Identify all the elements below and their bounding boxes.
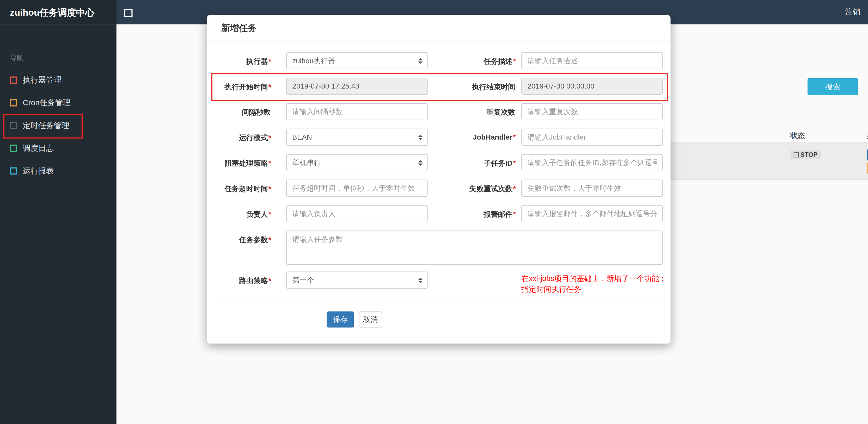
sidebar: 导航 执行器管理 Cron任务管理 定时任务管理 调度日志 运行报表 — [0, 25, 117, 424]
timed-task-mgmt-icon — [10, 122, 17, 129]
job-param-textarea[interactable] — [286, 230, 663, 265]
sidebar-toggle-icon[interactable] — [124, 9, 133, 17]
retry-label: 失败重试次数* — [440, 184, 516, 194]
retry-input[interactable] — [521, 180, 663, 197]
sidebar-item-run-report[interactable]: 运行报表 — [0, 160, 117, 182]
sidebar-item-cron-mgmt[interactable]: Cron任务管理 — [0, 91, 117, 114]
repeat-input[interactable] — [521, 103, 663, 120]
search-button[interactable]: 搜索 — [808, 78, 858, 95]
job-desc-label: 任务描述* — [440, 57, 516, 66]
sidebar-item-schedule-log[interactable]: 调度日志 — [0, 137, 117, 160]
sidebar-item-label: 定时任务管理 — [23, 114, 69, 137]
timeout-input[interactable] — [286, 180, 428, 197]
end-time-label: 执行结束时间 — [440, 82, 516, 92]
run-mode-select[interactable]: BEAN — [286, 129, 428, 146]
alarm-email-input[interactable] — [521, 205, 663, 222]
start-time-label: 执行开始时间* — [211, 82, 271, 92]
cancel-button[interactable]: 取消 — [359, 312, 382, 328]
sidebar-item-label: Cron任务管理 — [23, 91, 71, 114]
alarm-email-label: 报警邮件* — [440, 209, 516, 219]
job-handler-label: JobHandler* — [440, 133, 516, 141]
interval-label: 间隔秒数 — [211, 107, 271, 118]
sidebar-item-label: 调度日志 — [23, 137, 54, 160]
modal-footer-divider — [215, 300, 662, 300]
select-caret-icon — [418, 160, 423, 165]
block-strategy-select[interactable]: 单机串行 — [286, 154, 428, 171]
col-header-status: 状态 — [790, 131, 805, 141]
run-button[interactable]: 执行 — [867, 149, 868, 161]
run-mode-label: 运行模式* — [211, 133, 271, 143]
executor-mgmt-icon — [10, 76, 17, 84]
executor-select[interactable]: zuihou执行器 — [286, 52, 428, 69]
stop-square-icon — [794, 152, 799, 157]
status-badge: STOP — [790, 150, 821, 159]
select-caret-icon — [418, 278, 423, 283]
app-root: zuihou任务调度中心 注销 导航 执行器管理 Cron任务管理 定时任务管理… — [0, 0, 868, 424]
schedule-log-icon — [10, 144, 17, 152]
executor-label: 执行器* — [211, 57, 271, 66]
job-handler-input[interactable] — [521, 129, 663, 146]
sidebar-item-timed-task-mgmt[interactable]: 定时任务管理 — [0, 114, 117, 137]
child-job-label: 子任务ID* — [440, 159, 516, 168]
child-job-input[interactable] — [521, 154, 663, 171]
block-strategy-label: 阻塞处理策略* — [211, 159, 271, 168]
modal-title: 新增任务 — [221, 15, 257, 41]
route-strategy-select[interactable]: 第一个 — [286, 272, 428, 289]
interval-input[interactable] — [286, 103, 428, 120]
app-brand: zuihou任务调度中心 — [0, 0, 117, 25]
job-param-label: 任务参数* — [211, 235, 271, 245]
add-task-modal: 新增任务 执行器* zuihou执行器 任务描述* 执行开始时间* 执行结束时间 — [207, 15, 671, 344]
end-time-input[interactable] — [521, 77, 663, 95]
edit-button[interactable]: 编辑 — [867, 162, 868, 174]
select-caret-icon — [418, 58, 423, 63]
cron-mgmt-icon — [10, 99, 17, 106]
timeout-label: 任务超时时间* — [211, 184, 271, 194]
select-caret-icon — [418, 134, 423, 140]
job-desc-input[interactable] — [521, 52, 663, 69]
repeat-label: 重复次数 — [440, 107, 516, 118]
owner-label: 负责人* — [211, 209, 271, 219]
owner-input[interactable] — [286, 205, 428, 222]
sidebar-item-executor-mgmt[interactable]: 执行器管理 — [0, 69, 117, 91]
modal-header: 新增任务 — [207, 15, 671, 42]
sidebar-item-label: 执行器管理 — [23, 69, 62, 91]
start-time-input[interactable] — [286, 77, 428, 95]
save-button[interactable]: 保存 — [327, 312, 354, 328]
route-strategy-label: 路由策略* — [211, 276, 271, 286]
sidebar-item-label: 运行报表 — [23, 160, 54, 182]
feature-note: 在xxl-jobs项目的基础上，新增了一个功能： 指定时间执行任务 — [521, 273, 671, 295]
sidebar-nav-header: 导航 — [10, 53, 23, 63]
run-report-icon — [10, 167, 17, 175]
logout-link[interactable]: 注销 — [842, 0, 864, 25]
status-text: STOP — [800, 151, 817, 158]
